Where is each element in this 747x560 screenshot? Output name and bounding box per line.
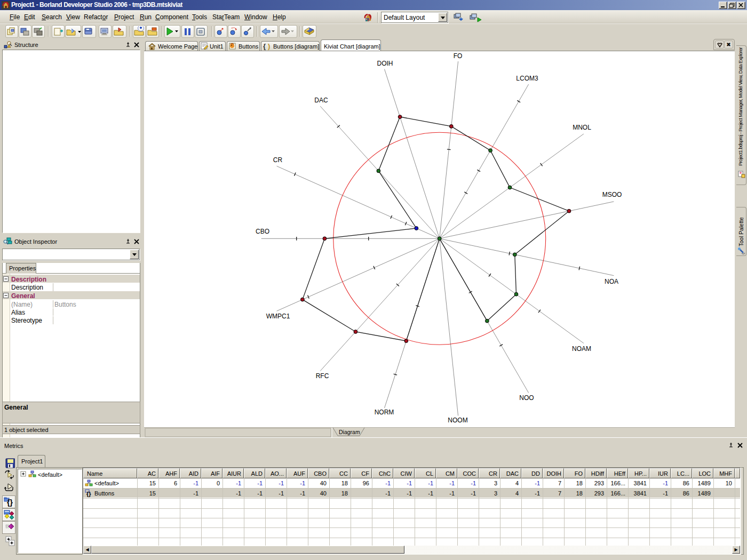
svg-text:{}: {}: [7, 498, 13, 507]
svg-text:DOIH: DOIH: [377, 60, 393, 67]
svg-text:FO: FO: [454, 52, 463, 60]
svg-text:Diagram: Diagram: [339, 429, 360, 435]
svg-text:NORM: NORM: [375, 409, 394, 416]
svg-text:MNOL: MNOL: [573, 124, 591, 131]
svg-text:NOAM: NOAM: [572, 345, 591, 353]
svg-text:NOO: NOO: [519, 394, 534, 402]
svg-text:): ): [268, 42, 270, 50]
svg-text:LCOM3: LCOM3: [516, 75, 538, 82]
svg-text:CBO: CBO: [256, 228, 269, 235]
svg-text:{}: {}: [86, 491, 91, 497]
svg-text:RFC: RFC: [316, 372, 329, 380]
svg-text:WMPC1: WMPC1: [266, 313, 290, 320]
svg-text:{: {: [263, 42, 266, 50]
svg-text:MSOO: MSOO: [602, 191, 622, 198]
svg-text:CR: CR: [273, 156, 283, 164]
svg-text:NOA: NOA: [605, 278, 618, 285]
svg-text:DAC: DAC: [314, 97, 328, 104]
svg-text:NOOM: NOOM: [448, 417, 467, 424]
